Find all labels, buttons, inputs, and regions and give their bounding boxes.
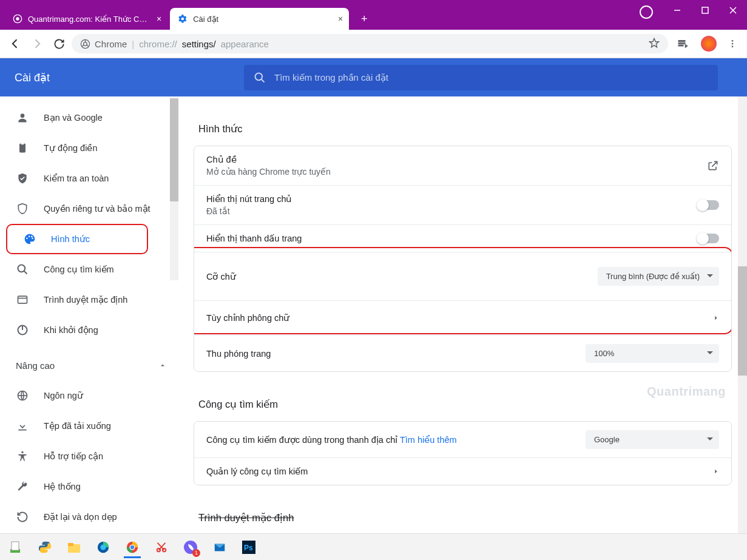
home-button-status: Đã tắt xyxy=(206,206,292,216)
address-bar[interactable]: Chrome | chrome://settings/appearance xyxy=(72,34,668,53)
bookmarks-bar-row[interactable]: Hiển thị thanh dấu trang xyxy=(194,224,731,252)
window-close-button[interactable] xyxy=(719,0,747,20)
taskbar-file-explorer-icon[interactable] xyxy=(62,536,86,558)
restore-icon xyxy=(16,510,29,524)
svg-rect-12 xyxy=(678,41,685,42)
settings-title: Cài đặt xyxy=(15,71,50,84)
chevron-right-icon xyxy=(713,315,719,321)
settings-main-content: Hình thức Chủ đề Mở cửa hàng Chrome trực… xyxy=(178,96,747,533)
clipboard-icon xyxy=(16,141,29,155)
sidebar-item-you-and-google[interactable]: Bạn và Google xyxy=(0,103,178,133)
sidebar-label: Tệp đã tải xuống xyxy=(44,421,111,431)
sidebar-item-privacy[interactable]: Quyền riêng tư và bảo mật xyxy=(0,194,178,224)
taskbar-app-1[interactable] xyxy=(4,536,28,558)
sidebar-advanced-toggle[interactable]: Nâng cao xyxy=(0,350,178,380)
search-engine-desc: Công cụ tìm kiếm được dùng trong thanh đ… xyxy=(206,435,400,445)
settings-sidebar: Bạn và Google Tự động điền Kiểm tra an t… xyxy=(0,96,178,533)
settings-header: Cài đặt Tìm kiếm trong phần cài đặt xyxy=(0,58,747,96)
window-maximize-button[interactable] xyxy=(691,0,719,20)
manage-search-engines-row[interactable]: Quản lý công cụ tìm kiếm xyxy=(194,457,731,485)
font-size-title: Cỡ chữ xyxy=(206,272,236,282)
tab-title: Cài đặt xyxy=(193,15,218,24)
forward-button[interactable] xyxy=(28,35,46,53)
sidebar-item-search-engine[interactable]: Công cụ tìm kiếm xyxy=(0,254,178,285)
font-size-row[interactable]: Cỡ chữ Trung bình (Được đề xuất) xyxy=(194,252,731,300)
learn-more-link[interactable]: Tìm hiểu thêm xyxy=(400,435,457,445)
taskbar-snip-icon[interactable] xyxy=(149,536,174,558)
sidebar-item-languages[interactable]: Ngôn ngữ xyxy=(0,380,178,411)
url-mid: settings/ xyxy=(182,39,216,49)
sidebar-label: Hỗ trợ tiếp cận xyxy=(44,451,103,461)
account-indicator-icon[interactable] xyxy=(640,5,653,19)
media-control-icon[interactable] xyxy=(675,36,690,51)
browser-tab-inactive[interactable]: Quantrimang.com: Kiến Thức Công × xyxy=(5,8,167,30)
page-zoom-title: Thu phóng trang xyxy=(206,349,271,359)
bookmarks-title: Hiển thị thanh dấu trang xyxy=(206,234,302,243)
close-tab-icon[interactable]: × xyxy=(157,14,161,24)
svg-point-14 xyxy=(732,40,734,42)
watermark-text: Quantrimang xyxy=(647,385,726,399)
browser-tab-active[interactable]: Cài đặt × xyxy=(170,8,349,30)
palette-icon xyxy=(23,232,36,246)
notification-badge: 1 xyxy=(192,549,200,557)
svg-point-36 xyxy=(100,544,106,550)
taskbar-chrome-icon[interactable] xyxy=(120,536,144,558)
advanced-label: Nâng cao xyxy=(16,360,55,371)
bookmark-star-icon[interactable] xyxy=(649,38,660,50)
sidebar-item-reset[interactable]: Đặt lại và dọn dẹp xyxy=(0,502,178,532)
close-tab-icon[interactable]: × xyxy=(338,14,343,24)
svg-point-19 xyxy=(21,113,25,118)
search-engine-row[interactable]: Công cụ tìm kiếm được dùng trong thanh đ… xyxy=(194,422,731,457)
appearance-card: Chủ đề Mở cửa hàng Chrome trực tuyến Hiể… xyxy=(194,146,732,372)
chevron-up-icon xyxy=(159,362,166,369)
customize-fonts-row[interactable]: Tùy chỉnh phông chữ xyxy=(194,300,731,335)
svg-rect-32 xyxy=(12,542,19,550)
settings-gear-icon xyxy=(177,13,188,24)
sidebar-label: Đặt lại và dọn dẹp xyxy=(44,512,117,522)
window-minimize-button[interactable] xyxy=(663,0,691,20)
profile-avatar[interactable] xyxy=(701,36,717,52)
globe-icon xyxy=(16,389,29,402)
taskbar-photoshop-icon[interactable]: Ps xyxy=(237,536,261,558)
svg-point-22 xyxy=(18,265,25,272)
taskbar-viber-icon[interactable]: 1 xyxy=(178,536,203,558)
taskbar-edge-icon[interactable] xyxy=(91,536,115,558)
svg-rect-20 xyxy=(19,144,25,153)
url-prefix: chrome:// xyxy=(139,39,177,49)
sidebar-label: Ngôn ngữ xyxy=(44,391,83,400)
sidebar-label: Khi khởi động xyxy=(44,325,98,335)
taskbar-mail-icon[interactable] xyxy=(208,536,232,558)
sidebar-label: Bạn và Google xyxy=(44,113,103,123)
sidebar-label: Kiểm tra an toàn xyxy=(44,174,109,183)
svg-text:Ps: Ps xyxy=(244,544,253,552)
sidebar-item-autofill[interactable]: Tự động điền xyxy=(0,133,178,163)
sidebar-item-safety-check[interactable]: Kiểm tra an toàn xyxy=(0,163,178,194)
sidebar-item-on-startup[interactable]: Khi khởi động xyxy=(0,315,178,345)
settings-search-input[interactable]: Tìm kiếm trong phần cài đặt xyxy=(244,65,718,90)
svg-line-10 xyxy=(87,45,89,47)
sidebar-scrollbar-thumb[interactable] xyxy=(170,98,178,201)
customize-fonts-title: Tùy chỉnh phông chữ xyxy=(206,313,289,323)
svg-line-9 xyxy=(82,45,84,47)
search-engine-dropdown[interactable]: Google xyxy=(586,430,719,449)
sidebar-item-accessibility[interactable]: Hỗ trợ tiếp cận xyxy=(0,441,178,471)
sidebar-item-default-browser[interactable]: Trình duyệt mặc định xyxy=(0,285,178,315)
taskbar-python-icon[interactable] xyxy=(33,536,57,558)
back-button[interactable] xyxy=(6,35,24,53)
page-zoom-row[interactable]: Thu phóng trang 100% xyxy=(194,335,731,371)
home-button-row[interactable]: Hiển thị nút trang chủ Đã tắt xyxy=(194,185,731,224)
kebab-menu-button[interactable] xyxy=(724,35,741,52)
home-button-toggle[interactable] xyxy=(697,200,719,210)
svg-point-30 xyxy=(21,451,23,453)
main-scrollbar-thumb[interactable] xyxy=(738,266,747,376)
new-tab-button[interactable]: + xyxy=(355,10,373,28)
theme-row[interactable]: Chủ đề Mở cửa hàng Chrome trực tuyến xyxy=(194,146,731,185)
font-size-dropdown[interactable]: Trung bình (Được đề xuất) xyxy=(598,267,719,286)
sidebar-item-system[interactable]: Hệ thống xyxy=(0,471,178,502)
bookmarks-toggle[interactable] xyxy=(697,234,719,243)
reload-button[interactable] xyxy=(50,35,68,53)
sidebar-item-appearance[interactable]: Hình thức xyxy=(7,225,147,253)
sidebar-item-downloads[interactable]: Tệp đã tải xuống xyxy=(0,411,178,441)
page-zoom-dropdown[interactable]: 100% xyxy=(586,344,719,363)
sidebar-label: Hình thức xyxy=(51,234,90,244)
